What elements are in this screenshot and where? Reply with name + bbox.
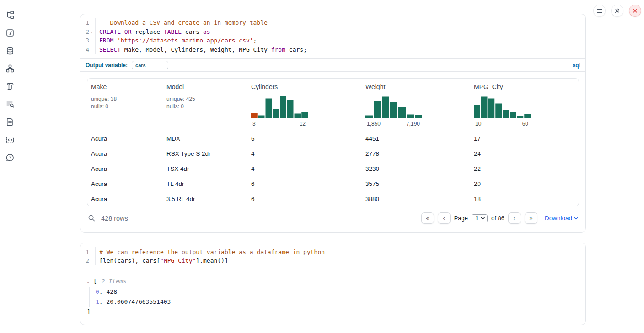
column-histogram: 312 xyxy=(251,94,310,127)
first-page-button[interactable]: « xyxy=(421,212,434,224)
table-cell: MDX xyxy=(163,135,247,142)
sidebar-item-logs[interactable] xyxy=(5,81,15,91)
settings-button[interactable] xyxy=(611,5,623,17)
table-row: AcuraTSX 4dr4323022 xyxy=(87,161,579,176)
code-line[interactable]: 2[len(cars), cars["MPG_City"].mean()] xyxy=(80,256,585,265)
sidebar-item-search-logs[interactable] xyxy=(5,99,15,109)
column-header-Model[interactable]: Modelunique: 425nulls: 0 xyxy=(163,79,247,131)
table-row: AcuraTL 4dr6357520 xyxy=(87,176,579,191)
column-header-Weight[interactable]: Weight1,8507,190 xyxy=(362,79,470,131)
table-row: AcuraMDX6445117 xyxy=(87,131,579,146)
histogram-chart xyxy=(251,94,308,118)
python-code-editor[interactable]: 1# We can reference the output variable … xyxy=(80,243,585,270)
table-cell: Acura xyxy=(87,135,163,142)
code-text: CREATE OR replace TABLE cars as xyxy=(96,28,210,35)
column-header-MPG_City[interactable]: MPG_City1060 xyxy=(470,79,578,131)
line-number: 1 xyxy=(80,248,89,255)
table-cell: 18 xyxy=(470,196,578,202)
line-number-gutter: 1 xyxy=(80,247,96,256)
sidebar-item-scratchpad[interactable]: f xyxy=(5,28,15,38)
code-line[interactable]: 2⌄CREATE OR replace TABLE cars as xyxy=(80,27,585,37)
line-number-gutter: 2 xyxy=(80,256,96,265)
sidebar-item-help[interactable]: ? xyxy=(5,153,15,163)
fold-chevron-icon[interactable]: ⌄ xyxy=(89,30,94,34)
table-cell: TL 4dr xyxy=(163,180,247,187)
chevron-down-icon xyxy=(574,217,578,220)
menu-icon xyxy=(596,8,603,14)
table-row: Acura3.5 RL 4dr6388018 xyxy=(87,191,579,206)
tree-bracket-open: [ xyxy=(93,277,97,286)
column-title: Model xyxy=(166,83,244,90)
sidebar-item-dependency-graph[interactable] xyxy=(5,63,15,74)
table-cell: 4 xyxy=(247,165,362,172)
histogram-range-labels: 312 xyxy=(251,120,310,127)
shutdown-x-icon xyxy=(632,8,638,14)
output-variable-label: Output variable: xyxy=(86,62,128,69)
code-line[interactable]: 3FROM 'https://datasets.marimo.app/cars.… xyxy=(80,36,585,45)
sql-cell-output: Makeunique: 38nulls: 0Modelunique: 425nu… xyxy=(80,71,585,232)
page-select[interactable]: 1 xyxy=(472,214,488,222)
dependency-graph-icon xyxy=(5,64,15,73)
code-line[interactable]: 1-- Download a CSV and create an in-memo… xyxy=(80,18,585,27)
prev-page-button[interactable]: ‹ xyxy=(438,212,451,224)
chevron-down-icon xyxy=(481,217,485,220)
sidebar-item-snippets[interactable] xyxy=(5,135,15,145)
table-cell: 3880 xyxy=(362,196,470,202)
last-page-button[interactable]: » xyxy=(525,212,537,224)
table-cell: Acura xyxy=(87,196,163,202)
line-number: 4 xyxy=(80,46,89,53)
sidebar-item-documentation[interactable] xyxy=(5,117,15,127)
svg-text:f: f xyxy=(9,30,12,36)
histogram-chart xyxy=(365,94,422,118)
column-stats: unique: 38nulls: 0 xyxy=(91,95,159,110)
table-cell: 6 xyxy=(247,196,362,202)
code-text: [len(cars), cars["MPG_City"].mean()] xyxy=(96,257,228,264)
svg-text:?: ? xyxy=(9,155,11,160)
tree-bracket-close: ] xyxy=(87,307,579,317)
search-icon[interactable] xyxy=(88,214,96,222)
tree-collapse-icon[interactable]: ⌄ xyxy=(87,277,91,286)
download-label: Download xyxy=(545,215,572,222)
window-controls xyxy=(593,5,641,17)
sidebar-item-datasources[interactable] xyxy=(5,46,15,56)
data-table: Makeunique: 38nulls: 0Modelunique: 425nu… xyxy=(87,78,579,206)
sql-code-editor[interactable]: 1-- Download a CSV and create an in-memo… xyxy=(80,14,585,58)
column-title: Weight xyxy=(365,83,467,90)
sidebar-item-file-tree[interactable] xyxy=(5,10,15,20)
sidebar: f xyxy=(0,0,20,333)
file-tree-icon xyxy=(5,11,15,20)
table-cell: RSX Type S 2dr xyxy=(163,150,247,157)
settings-gear-icon xyxy=(614,7,621,14)
histogram-range-labels: 1,8507,190 xyxy=(365,120,424,127)
page-total-label: of 86 xyxy=(491,215,504,222)
python-cell: 1# We can reference the output variable … xyxy=(80,243,586,325)
histogram-chart xyxy=(474,94,531,118)
tree-children: 0: 4281: 20.060747663551403 xyxy=(89,287,579,307)
output-variable-input[interactable] xyxy=(132,61,168,69)
column-title: Cylinders xyxy=(251,83,358,90)
table-header-row: Makeunique: 38nulls: 0Modelunique: 425nu… xyxy=(87,79,579,131)
table-row: AcuraRSX Type S 2dr4277824 xyxy=(87,146,579,161)
code-line[interactable]: 1# We can reference the output variable … xyxy=(80,247,585,256)
column-title: MPG_City xyxy=(474,83,574,90)
line-number: 2 xyxy=(80,28,89,35)
table-cell: 6 xyxy=(247,135,362,142)
page-value: 1 xyxy=(475,215,478,222)
line-number: 1 xyxy=(80,19,89,26)
table-cell: TSX 4dr xyxy=(163,165,247,172)
next-page-button[interactable]: › xyxy=(508,212,521,224)
code-snippets-icon xyxy=(5,135,15,144)
column-header-Make[interactable]: Makeunique: 38nulls: 0 xyxy=(87,79,163,131)
menu-button[interactable] xyxy=(593,5,606,17)
sql-cell-footer: Output variable: sql xyxy=(80,58,585,71)
code-text: -- Download a CSV and create an in-memor… xyxy=(96,19,268,26)
code-line[interactable]: 4SELECT Make, Model, Cylinders, Weight, … xyxy=(80,45,585,54)
scroll-logs-icon xyxy=(5,82,15,91)
histogram-range-labels: 1060 xyxy=(474,120,532,127)
shutdown-button[interactable] xyxy=(629,5,641,17)
line-number: 2 xyxy=(80,257,89,264)
download-button[interactable]: Download xyxy=(545,215,578,222)
column-header-Cylinders[interactable]: Cylinders312 xyxy=(247,79,362,131)
help-icon: ? xyxy=(5,153,15,162)
table-cell: 3230 xyxy=(362,165,470,172)
